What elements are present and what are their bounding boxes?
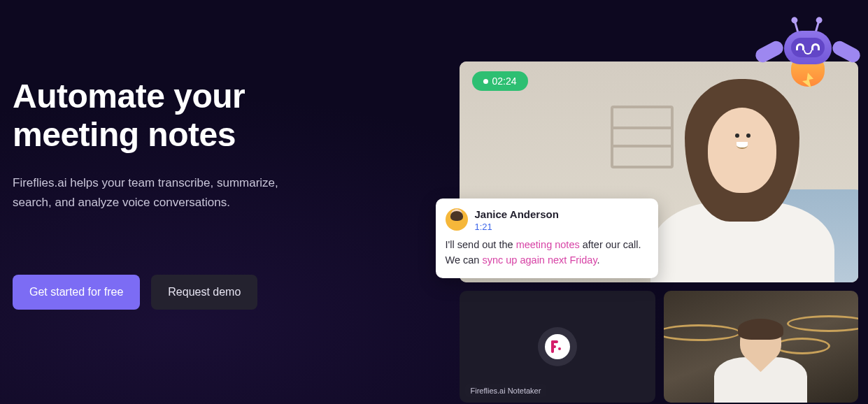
speaker-avatar bbox=[446, 208, 468, 231]
fireflies-logo-icon bbox=[538, 327, 577, 366]
notetaker-tile: Fireflies.ai Notetaker bbox=[460, 291, 655, 403]
participant-2-tile bbox=[664, 291, 858, 403]
transcript-text: I'll send out the meeting notes after ou… bbox=[446, 238, 647, 268]
timer-value: 02:24 bbox=[492, 75, 517, 87]
transcript-timestamp: 1:21 bbox=[475, 222, 559, 232]
highlight-sync-up: sync up again next Friday bbox=[482, 254, 597, 266]
participant-2-avatar bbox=[714, 322, 807, 403]
recording-timer: 02:24 bbox=[472, 71, 528, 91]
highlight-meeting-notes: meeting notes bbox=[516, 239, 580, 250]
speaker-name: Janice Anderson bbox=[475, 208, 559, 220]
get-started-button[interactable]: Get started for free bbox=[13, 275, 140, 310]
transcript-card: Janice Anderson 1:21 I'll send out the m… bbox=[436, 199, 658, 278]
participant-1-avatar bbox=[646, 79, 838, 282]
notetaker-label: Fireflies.ai Notetaker bbox=[465, 384, 547, 397]
hero-subhead: Fireflies.ai helps your team transcribe,… bbox=[13, 173, 306, 211]
hero-headline: Automate your meeting notes bbox=[13, 77, 434, 154]
mascot-robot-icon bbox=[766, 18, 850, 102]
request-demo-button[interactable]: Request demo bbox=[151, 275, 257, 310]
